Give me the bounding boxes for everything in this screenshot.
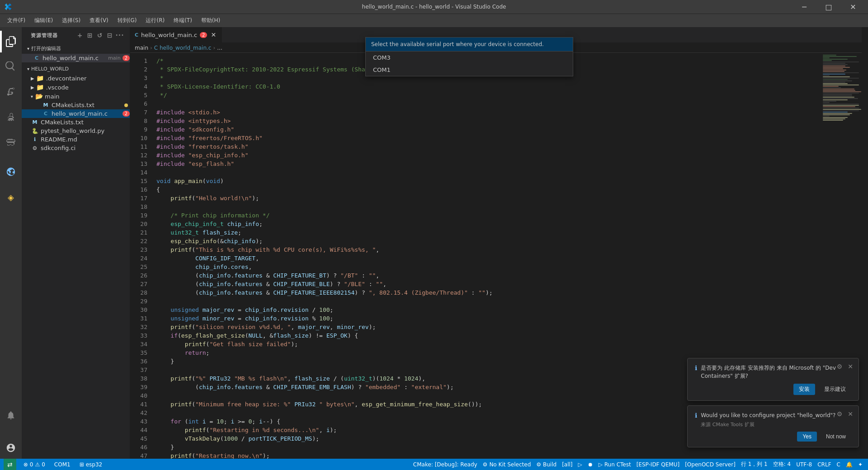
warning-icon: ⚠ <box>35 461 40 468</box>
collapse-button[interactable]: ⊟ <box>105 31 114 40</box>
build-icon: ⚙ <box>536 461 541 468</box>
openocd-status-item[interactable]: [OpenOCD Server] <box>683 461 737 468</box>
notification-settings-button[interactable]: ⚙ <box>835 362 844 371</box>
eol-status-item[interactable]: CRLF <box>816 461 833 468</box>
explorer-activity-icon[interactable] <box>0 31 22 52</box>
list-item[interactable]: C hello_world_main.c 2 <box>22 109 130 118</box>
record-status-item[interactable]: ⏺ <box>586 461 595 468</box>
esp-idf-status-item[interactable]: [ESP-IDF QEMU] <box>635 461 682 468</box>
notification-header: ℹ Would you like to configure project "h… <box>695 411 851 428</box>
close-button[interactable]: ✕ <box>843 0 863 14</box>
cmake-notification: ℹ Would you like to configure project "h… <box>687 405 859 447</box>
copilot-status-item[interactable]: ✦ <box>856 461 864 468</box>
esp32-icon: ⊞ <box>80 461 84 468</box>
menu-file[interactable]: 文件(F) <box>4 15 29 26</box>
more-actions-button[interactable]: ··· <box>115 31 124 40</box>
line-number: 1 <box>130 56 147 65</box>
minimize-button[interactable]: ─ <box>794 0 815 14</box>
menu-select[interactable]: 选择(S) <box>58 15 84 26</box>
line-number: 14 <box>130 168 147 177</box>
minimap-line <box>823 97 854 98</box>
not-now-button[interactable]: Not now <box>821 432 851 442</box>
menu-terminal[interactable]: 终端(T) <box>170 15 196 26</box>
minimap-line <box>823 109 861 110</box>
launch-status-item[interactable]: ▷ <box>576 461 584 468</box>
scm-activity-icon[interactable] <box>0 81 22 103</box>
notification-close-button[interactable]: ✕ <box>846 362 855 371</box>
debug-activity-icon[interactable] <box>0 107 22 128</box>
minimap-line <box>823 82 845 83</box>
menu-run[interactable]: 运行(R) <box>142 15 168 26</box>
cmake-status-item[interactable]: CMake: [Debug]: Ready <box>411 461 479 468</box>
line-number: 42 <box>130 409 147 417</box>
spaces-status-item[interactable]: 空格: 4 <box>771 461 793 468</box>
line-number: 24 <box>130 254 147 263</box>
list-item[interactable]: ⚙ sdkconfig.ci <box>22 144 130 152</box>
no-kit-status-item[interactable]: ⚙ No Kit Selected <box>481 461 533 468</box>
com1-status-item[interactable]: COM1 <box>52 459 72 470</box>
notification-settings-button[interactable]: ⚙ <box>835 409 844 418</box>
espressif-icon[interactable]: ◈ <box>0 186 22 208</box>
list-item[interactable]: ▾ 📂 main <box>22 92 130 101</box>
remote-icon: ⇄ <box>7 461 13 468</box>
list-item[interactable]: ▶ 📁 .vscode <box>22 83 130 92</box>
line-number: 21 <box>130 228 147 237</box>
notification-status-item[interactable]: 🔔 <box>844 461 854 468</box>
line-numbers: 1 2 3 4 5 6 7 8 9 10 11 12 13 14 15 16 1… <box>130 53 153 459</box>
list-item[interactable]: M CMakeLists.txt <box>22 118 130 127</box>
breadcrumb-part[interactable]: main <box>135 45 148 51</box>
breadcrumb-part[interactable]: ... <box>217 45 222 51</box>
build-status-item[interactable]: ⚙ Build <box>534 461 558 468</box>
notification-controls: ⚙ ✕ <box>835 409 855 418</box>
serial-option-com3[interactable]: COM3 <box>366 52 573 64</box>
line-number: 39 <box>130 383 147 391</box>
list-item[interactable]: ▶ 📁 .devcontainer <box>22 74 130 83</box>
line-number: 38 <box>130 374 147 383</box>
ln-col-status-item[interactable]: 行 1，列 1 <box>739 461 769 468</box>
extensions-activity-icon[interactable] <box>0 132 22 154</box>
open-editors-list: C hello_world_main.c main 2 <box>22 54 130 62</box>
new-folder-button[interactable]: ⊞ <box>85 31 94 40</box>
error-icon: ⊗ <box>24 461 28 468</box>
remote-explorer-icon[interactable] <box>0 161 22 183</box>
code-line: #include "freertos/FreeRTOS.h" <box>153 134 821 142</box>
encoding-status-item[interactable]: UTF-8 <box>794 461 814 468</box>
hello-world-section[interactable]: ▾ HELLO_WORLD <box>22 64 130 74</box>
minimap-line <box>823 93 859 94</box>
menu-goto[interactable]: 转到(G) <box>114 15 141 26</box>
notification-close-button[interactable]: ✕ <box>846 409 855 418</box>
errors-status-item[interactable]: ⊗ 0 ⚠ 0 <box>22 459 47 470</box>
refresh-button[interactable]: ↺ <box>95 31 104 40</box>
esp32-status-item[interactable]: ⊞ esp32 <box>78 459 104 470</box>
no-kit-label: No Kit Selected <box>489 461 531 468</box>
run-ctest-status-item[interactable]: ▷ Run CTest <box>597 461 633 468</box>
install-button[interactable]: 安装 <box>793 384 815 395</box>
menu-edit[interactable]: 编辑(E) <box>31 15 57 26</box>
open-editors-section[interactable]: ▾ 打开的编辑器 <box>22 43 130 54</box>
list-item[interactable]: 🐍 pytest_hello_world.py <box>22 127 130 135</box>
show-recommendations-button[interactable]: 显示建议 <box>819 384 851 395</box>
notification-icon[interactable] <box>0 404 22 426</box>
search-activity-icon[interactable] <box>0 56 22 78</box>
build-all-status-item[interactable]: [all] <box>560 461 574 468</box>
remote-status-item[interactable]: ⇄ <box>4 459 16 470</box>
notification-info-icon: ℹ <box>695 364 697 371</box>
tab-hello-world-main[interactable]: C hello_world_main.c 2 ✕ <box>130 27 222 42</box>
esp-idf-label: [ESP-IDF QEMU] <box>637 461 680 468</box>
serial-option-com1[interactable]: COM1 <box>366 64 573 76</box>
breadcrumb-part[interactable]: C hello_world_main.c <box>154 45 212 51</box>
maximize-button[interactable]: □ <box>818 0 839 14</box>
yes-button[interactable]: Yes <box>797 432 817 442</box>
notification-controls: ⚙ ✕ <box>835 362 855 371</box>
tab-close-button[interactable]: ✕ <box>210 31 217 38</box>
menu-help[interactable]: 帮助(H) <box>198 15 224 26</box>
new-file-button[interactable]: + <box>75 31 85 40</box>
list-item[interactable]: ℹ README.md <box>22 135 130 144</box>
code-line: #include "esp_chip_info.h" <box>153 151 821 160</box>
folder-icon: 📁 <box>36 84 44 91</box>
menu-view[interactable]: 查看(V) <box>86 15 112 26</box>
lang-status-item[interactable]: C <box>835 461 842 468</box>
open-editor-item[interactable]: C hello_world_main.c main 2 <box>22 54 130 62</box>
account-icon[interactable] <box>0 437 22 459</box>
list-item[interactable]: M CMakeLists.txt <box>22 101 130 109</box>
